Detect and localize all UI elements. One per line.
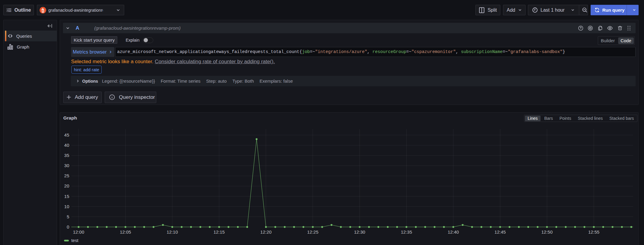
svg-text:15: 15 [64, 194, 69, 199]
svg-text:35: 35 [64, 153, 69, 158]
svg-text:30: 30 [64, 163, 69, 168]
svg-text:10: 10 [64, 204, 69, 209]
svg-text:12:15: 12:15 [214, 229, 225, 235]
svg-text:25: 25 [64, 173, 69, 178]
svg-text:12:00: 12:00 [73, 229, 84, 235]
svg-text:test: test [71, 238, 78, 243]
svg-text:12:10: 12:10 [167, 229, 178, 235]
svg-text:12:55: 12:55 [588, 229, 600, 235]
svg-text:40: 40 [64, 143, 69, 148]
svg-text:12:20: 12:20 [260, 229, 272, 235]
svg-text:20: 20 [64, 183, 69, 188]
svg-text:5: 5 [67, 214, 69, 219]
svg-text:12:35: 12:35 [401, 229, 412, 235]
svg-text:12:30: 12:30 [354, 229, 365, 235]
svg-text:12:05: 12:05 [120, 229, 131, 235]
svg-text:0: 0 [67, 224, 69, 229]
svg-text:12:45: 12:45 [495, 229, 506, 235]
svg-text:45: 45 [64, 132, 69, 137]
svg-text:12:50: 12:50 [541, 229, 553, 235]
svg-text:12:25: 12:25 [307, 229, 319, 235]
svg-text:12:40: 12:40 [448, 229, 459, 235]
